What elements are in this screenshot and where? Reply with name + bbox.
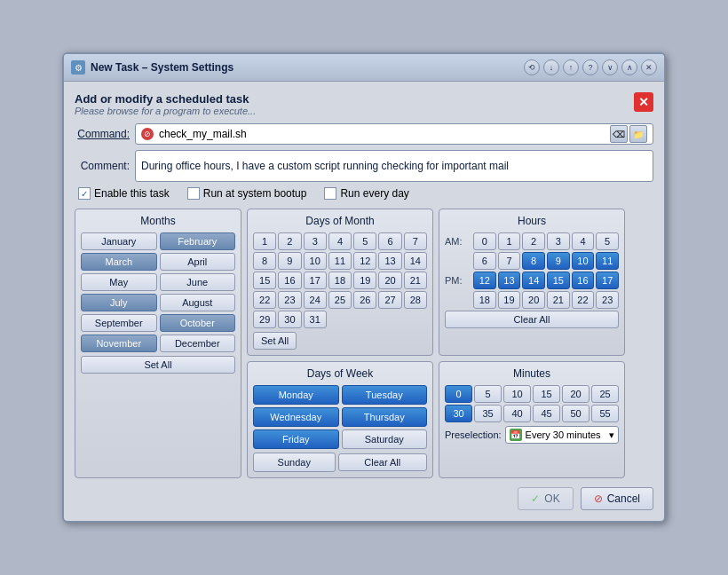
- hour-btn-3[interactable]: 3: [547, 232, 570, 250]
- minute-btn-20[interactable]: 20: [562, 385, 590, 403]
- dow-btn-saturday[interactable]: Saturday: [342, 429, 428, 449]
- dom-btn-20[interactable]: 20: [378, 272, 401, 289]
- minute-btn-25[interactable]: 25: [591, 385, 619, 403]
- dom-btn-27[interactable]: 27: [378, 291, 401, 309]
- hour-btn-19[interactable]: 19: [498, 291, 521, 309]
- dow-btn-sunday[interactable]: Sunday: [253, 453, 336, 472]
- hour-btn-20[interactable]: 20: [522, 291, 545, 309]
- hour-btn-13[interactable]: 13: [498, 272, 521, 289]
- dom-btn-26[interactable]: 26: [353, 291, 376, 309]
- dom-btn-22[interactable]: 22: [253, 291, 276, 309]
- hour-btn-1[interactable]: 1: [498, 232, 521, 250]
- window-max-btn[interactable]: ∧: [621, 59, 637, 75]
- minute-btn-10[interactable]: 10: [503, 385, 531, 403]
- dom-btn-21[interactable]: 21: [404, 272, 427, 289]
- hour-btn-5[interactable]: 5: [596, 232, 619, 250]
- minute-btn-5[interactable]: 5: [474, 385, 502, 403]
- dom-btn-2[interactable]: 2: [278, 232, 301, 250]
- window-min-btn[interactable]: ∨: [602, 59, 618, 75]
- minute-btn-40[interactable]: 40: [503, 405, 531, 422]
- month-btn-september[interactable]: September: [81, 314, 157, 332]
- month-btn-march[interactable]: March: [81, 253, 157, 271]
- dom-btn-10[interactable]: 10: [304, 252, 327, 270]
- hour-btn-6[interactable]: 6: [473, 252, 496, 270]
- minute-btn-50[interactable]: 50: [562, 405, 590, 422]
- window-btn-3[interactable]: ↑: [563, 59, 579, 75]
- dom-btn-28[interactable]: 28: [404, 291, 427, 309]
- everyday-checkbox[interactable]: Run every day: [324, 187, 408, 200]
- hour-btn-18[interactable]: 18: [473, 291, 496, 309]
- dom-btn-18[interactable]: 18: [328, 272, 352, 289]
- dom-btn-12[interactable]: 12: [353, 252, 376, 270]
- bootup-checkbox[interactable]: Run at system bootup: [187, 187, 307, 200]
- dom-btn-30[interactable]: 30: [278, 311, 301, 328]
- window-btn-1[interactable]: ⟲: [524, 59, 540, 75]
- dom-btn-24[interactable]: 24: [304, 291, 327, 309]
- minute-btn-35[interactable]: 35: [474, 405, 502, 422]
- month-btn-january[interactable]: January: [81, 232, 157, 250]
- month-btn-october[interactable]: October: [160, 314, 236, 332]
- month-btn-february[interactable]: February: [160, 232, 236, 250]
- dom-btn-9[interactable]: 9: [278, 252, 301, 270]
- hour-btn-9[interactable]: 9: [547, 252, 570, 270]
- hour-btn-22[interactable]: 22: [572, 291, 595, 309]
- dow-btn-wednesday[interactable]: Wednesday: [253, 407, 339, 427]
- hour-btn-0[interactable]: 0: [473, 232, 496, 250]
- dom-btn-8[interactable]: 8: [253, 252, 276, 270]
- enable-task-checkbox[interactable]: Enable this task: [78, 187, 170, 200]
- month-btn-may[interactable]: May: [81, 273, 157, 291]
- dom-btn-14[interactable]: 14: [404, 252, 427, 270]
- dom-btn-19[interactable]: 19: [353, 272, 376, 289]
- dom-btn-11[interactable]: 11: [328, 252, 352, 270]
- month-btn-december[interactable]: December: [160, 335, 236, 352]
- dow-btn-tuesday[interactable]: Tuesday: [342, 385, 428, 405]
- dow-btn-monday[interactable]: Monday: [253, 385, 339, 405]
- month-btn-june[interactable]: June: [160, 273, 236, 291]
- minute-btn-30[interactable]: 30: [445, 405, 472, 422]
- window-btn-2[interactable]: ↓: [543, 59, 559, 75]
- dom-btn-25[interactable]: 25: [328, 291, 352, 309]
- dom-btn-13[interactable]: 13: [378, 252, 401, 270]
- comment-input[interactable]: During office hours, I have a custom scr…: [135, 150, 653, 182]
- hour-btn-12[interactable]: 12: [473, 272, 496, 289]
- month-btn-july[interactable]: July: [81, 294, 157, 311]
- hour-btn-23[interactable]: 23: [596, 291, 619, 309]
- hour-btn-2[interactable]: 2: [522, 232, 545, 250]
- hour-btn-10[interactable]: 10: [572, 252, 595, 270]
- dom-btn-31[interactable]: 31: [304, 311, 327, 328]
- hour-btn-7[interactable]: 7: [498, 252, 521, 270]
- hour-btn-14[interactable]: 14: [522, 272, 545, 289]
- dow-clear-all-btn[interactable]: Clear All: [338, 453, 428, 471]
- dom-btn-6[interactable]: 6: [378, 232, 401, 250]
- command-value[interactable]: check_my_mail.sh: [159, 128, 247, 140]
- dom-btn-3[interactable]: 3: [304, 232, 327, 250]
- hour-btn-11[interactable]: 11: [596, 252, 619, 270]
- dom-btn-5[interactable]: 5: [353, 232, 376, 250]
- dom-btn-15[interactable]: 15: [253, 272, 276, 289]
- hour-btn-21[interactable]: 21: [547, 291, 570, 309]
- dom-btn-29[interactable]: 29: [253, 311, 276, 328]
- dom-btn-23[interactable]: 23: [278, 291, 301, 309]
- ok-button[interactable]: ✓ OK: [518, 487, 573, 510]
- hour-btn-15[interactable]: 15: [547, 272, 570, 289]
- month-btn-november[interactable]: November: [81, 335, 157, 352]
- months-set-all-btn[interactable]: Set All: [81, 356, 235, 374]
- command-browse-btn[interactable]: 📁: [629, 125, 647, 143]
- dow-btn-thursday[interactable]: Thursday: [342, 407, 428, 427]
- hour-btn-16[interactable]: 16: [572, 272, 595, 289]
- dom-btn-7[interactable]: 7: [404, 232, 427, 250]
- dom-btn-16[interactable]: 16: [278, 272, 301, 289]
- minute-btn-45[interactable]: 45: [533, 405, 560, 422]
- preselection-select[interactable]: 📅 Every 30 minutes ▾: [505, 426, 619, 444]
- dow-btn-friday[interactable]: Friday: [253, 429, 339, 449]
- minute-btn-55[interactable]: 55: [591, 405, 619, 422]
- window-help-btn[interactable]: ?: [582, 59, 598, 75]
- dom-btn-4[interactable]: 4: [328, 232, 352, 250]
- month-btn-april[interactable]: April: [160, 253, 236, 271]
- hour-btn-8[interactable]: 8: [522, 252, 545, 270]
- close-button[interactable]: ✕: [634, 92, 653, 112]
- hour-btn-4[interactable]: 4: [572, 232, 595, 250]
- minute-btn-0[interactable]: 0: [445, 385, 472, 403]
- dom-set-all-btn[interactable]: Set All: [253, 332, 297, 350]
- hours-clear-all-btn[interactable]: Clear All: [445, 311, 619, 328]
